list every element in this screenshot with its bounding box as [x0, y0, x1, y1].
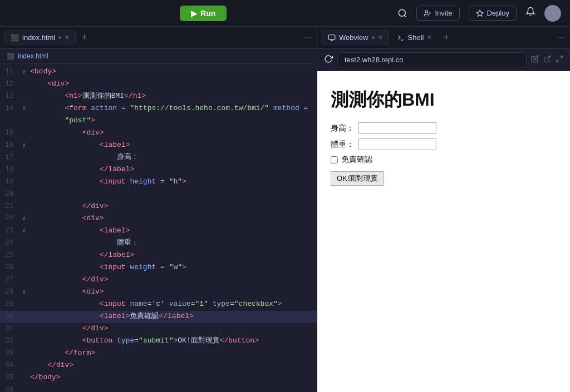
run-label: Run [200, 9, 215, 18]
user-plus-icon [424, 9, 431, 17]
code-line-29: 29 <input name='c' value="1" type="check… [0, 299, 317, 311]
right-tab-menu-button[interactable]: ⋯ [557, 32, 566, 43]
html-file-icon: ⬛ [11, 34, 19, 42]
svg-rect-6 [328, 34, 335, 39]
right-panel: Webview ▾ ✕ Shell ✕ + ⋯ [317, 27, 570, 392]
maximize-icon [556, 55, 563, 63]
code-line-14b: "post"> [0, 115, 317, 127]
webview-tab-close-icon[interactable]: ✕ [378, 34, 383, 41]
deploy-icon [476, 9, 484, 17]
code-line-14: 14 ∨ <form action = "https://tools.heho.… [0, 103, 317, 115]
code-line-24: 24 體重： [0, 237, 317, 250]
editor-tab-label: index.html [22, 33, 55, 42]
svg-point-0 [399, 9, 406, 16]
bmi-title: 測測你的BMI [331, 88, 557, 112]
tab-webview-label: Webview [339, 33, 368, 42]
weight-label: 體重： [331, 140, 354, 150]
tab-shell[interactable]: Shell ✕ [391, 31, 438, 44]
tab-dropdown-icon: ▾ [58, 34, 61, 41]
run-button[interactable]: ▶ Run [180, 6, 227, 21]
popout-button[interactable] [556, 55, 563, 65]
search-icon [397, 8, 407, 18]
topbar-right: Invite Deploy [397, 5, 561, 22]
open-external-button[interactable] [543, 55, 551, 65]
svg-line-1 [405, 15, 406, 17]
disclaimer-checkbox[interactable] [331, 156, 338, 163]
tab-webview[interactable]: Webview ▾ ✕ [322, 31, 389, 44]
weight-input[interactable] [358, 138, 436, 150]
webview-content: 測測你的BMI 身高： 體重： 免責確認 OK!面對現實 [317, 71, 570, 392]
bmi-form: 身高： 體重： 免責確認 OK!面對現實 [331, 122, 557, 186]
file-breadcrumb: ⬛ index.html [0, 49, 317, 64]
invite-button[interactable]: Invite [416, 6, 459, 21]
topbar: ▶ Run Invite Deploy [0, 0, 570, 27]
code-line-30: 30 <label>免責確認</label> [0, 311, 317, 323]
height-label: 身高： [331, 123, 354, 133]
svg-line-12 [557, 59, 559, 62]
code-area[interactable]: 11 ∨ <body> 12 <div> 13 <h1>測測你的BMI</h1>… [0, 64, 317, 392]
file-icon: ⬛ [7, 53, 14, 60]
browser-url-input[interactable] [337, 52, 527, 67]
code-line-31: 31 </div> [0, 323, 317, 335]
edit-url-button[interactable] [531, 55, 539, 65]
checkbox-row: 免責確認 [331, 155, 557, 165]
notification-button[interactable] [525, 7, 535, 19]
code-line-21: 21 </div> [0, 201, 317, 213]
code-line-17: 17 身高： [0, 152, 317, 164]
invite-label: Invite [435, 9, 452, 17]
tab-shell-label: Shell [408, 33, 424, 42]
code-line-26: 26 <input weight = "w"> [0, 262, 317, 274]
code-line-16: 16 ∨ <label> [0, 140, 317, 152]
svg-marker-5 [476, 10, 483, 16]
code-line-11: 11 ∨ <body> [0, 66, 317, 78]
editor-tab-close-icon[interactable]: ✕ [65, 34, 70, 41]
external-link-icon [543, 55, 551, 63]
shell-icon [397, 34, 405, 42]
avatar[interactable] [544, 5, 561, 22]
svg-line-10 [547, 56, 550, 59]
code-line-34: 34 </div> [0, 360, 317, 372]
code-line-19: 19 <input height = "h"> [0, 176, 317, 188]
file-breadcrumb-label: index.html [18, 52, 48, 60]
search-button[interactable] [397, 8, 407, 18]
code-line-27: 27 </div> [0, 274, 317, 286]
editor-tab-menu-button[interactable]: ⋯ [303, 32, 312, 43]
browser-bar [317, 49, 570, 71]
refresh-button[interactable] [324, 54, 333, 66]
submit-button[interactable]: OK!面對現實 [331, 171, 384, 186]
code-line-35: 35 </body> [0, 372, 317, 384]
height-field-row: 身高： [331, 122, 557, 134]
play-icon: ▶ [191, 9, 197, 18]
weight-field-row: 體重： [331, 138, 557, 150]
code-line-18: 18 </label> [0, 164, 317, 176]
code-line-32: 32 <button type="submit">OK!面對現實</button… [0, 335, 317, 348]
svg-line-11 [560, 56, 562, 58]
editor-tabs: ⬛ index.html ▾ ✕ + ⋯ [0, 27, 317, 49]
code-line-15: 15 <div> [0, 127, 317, 140]
height-input[interactable] [358, 122, 436, 134]
deploy-label: Deploy [487, 9, 509, 17]
code-line-13: 13 <h1>測測你的BMI</h1> [0, 91, 317, 103]
editor-tab-add-button[interactable]: + [78, 31, 91, 44]
code-line-12: 12 <div> [0, 78, 317, 91]
bell-icon [525, 7, 535, 17]
code-line-28: 28 ∨ <div> [0, 286, 317, 299]
pencil-icon [531, 55, 539, 63]
code-line-36: 36 [0, 384, 317, 392]
shell-tab-close-icon[interactable]: ✕ [427, 34, 432, 41]
editor-panel: ⬛ index.html ▾ ✕ + ⋯ ⬛ index.html 11 ∨ <… [0, 27, 317, 392]
code-line-22: 22 ∨ <div> [0, 213, 317, 225]
webview-icon [328, 34, 336, 42]
checkbox-label: 免責確認 [341, 155, 372, 165]
editor-tab-index-html[interactable]: ⬛ index.html ▾ ✕ [4, 31, 76, 44]
right-tab-add-button[interactable]: + [440, 31, 453, 44]
deploy-button[interactable]: Deploy [469, 6, 517, 21]
refresh-icon [324, 54, 333, 63]
code-line-23: 23 ∨ <label> [0, 225, 317, 237]
topbar-center: ▶ Run [180, 6, 227, 21]
main-area: ⬛ index.html ▾ ✕ + ⋯ ⬛ index.html 11 ∨ <… [0, 27, 570, 392]
tab-dropdown-icon: ▾ [372, 34, 375, 41]
code-line-20: 20 [0, 188, 317, 201]
code-line-25: 25 </label> [0, 250, 317, 262]
svg-point-2 [425, 10, 428, 13]
